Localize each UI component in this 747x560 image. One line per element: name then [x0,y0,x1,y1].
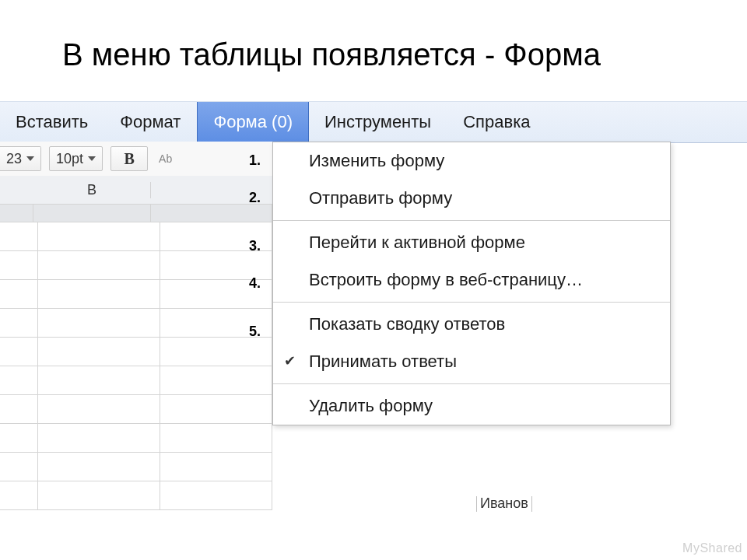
menu-separator [273,383,670,384]
table-row[interactable] [0,338,272,366]
table-row[interactable] [0,481,272,510]
slide-title: В меню таблицы появляется - Форма [62,37,601,72]
menu-format[interactable]: Формат [104,102,197,142]
menubar: Вставить Формат Форма (0) Инструменты Сп… [0,101,747,143]
menu-item-label: Встроить форму в веб-страницу… [309,270,583,290]
table-row[interactable] [0,222,272,251]
app-screenshot: Вставить Формат Форма (0) Инструменты Сп… [0,101,747,537]
table-row[interactable] [0,251,272,280]
menu-item-show-summary[interactable]: Показать сводку ответов [273,306,670,343]
table-row[interactable] [0,309,272,338]
menu-item-label: Показать сводку ответов [309,314,505,334]
menu-insert[interactable]: Вставить [0,102,104,142]
strikethrough-button-partial[interactable]: Ab [156,152,172,165]
form-menu-dropdown: Изменить форму Отправить форму Перейти к… [272,142,671,425]
menu-item-delete-form[interactable]: Удалить форму [273,387,670,425]
menu-item-label: Отправить форму [309,188,452,208]
table-row[interactable] [0,280,272,309]
menu-item-label: Изменить форму [309,151,444,171]
menu-item-go-to-live-form[interactable]: Перейти к активной форме [273,224,670,261]
table-row[interactable] [0,453,272,481]
watermark: MyShared [682,541,742,555]
column-header-row: B [0,176,272,205]
table-row[interactable] [0,366,272,395]
check-icon: ✔ [284,352,296,369]
bold-button[interactable]: B [110,146,148,171]
font-size-dropdown[interactable]: 10pt [49,146,103,171]
menu-separator [273,302,670,303]
filter-row [0,205,272,222]
menu-tools[interactable]: Инструменты [309,102,447,142]
spreadsheet-grid[interactable]: B [0,176,272,537]
menu-item-label: Удалить форму [309,396,433,416]
chevron-down-icon [88,156,96,161]
font-size-label: 10pt [56,151,83,167]
menu-item-accepting-responses[interactable]: ✔ Принимать ответы [273,343,670,380]
menu-item-embed-form[interactable]: Встроить форму в веб-страницу… [273,261,670,299]
number-format-label: 23 [6,151,22,167]
chevron-down-icon [26,156,34,161]
number-format-dropdown[interactable]: 23 [0,146,41,171]
toolbar: 23 10pt B Ab [0,142,272,177]
menu-item-send-form[interactable]: Отправить форму [273,180,670,217]
menu-item-label: Перейти к активной форме [309,233,525,253]
menu-separator [273,220,670,221]
table-row[interactable] [0,424,272,453]
table-row[interactable] [0,395,272,424]
menu-form[interactable]: Форма (0) [197,102,309,142]
column-header-B[interactable]: B [33,182,151,198]
menu-item-label: Принимать ответы [309,352,457,372]
menu-help[interactable]: Справка [447,102,546,142]
menu-item-edit-form[interactable]: Изменить форму [273,142,670,180]
cropped-cell-fragment: Иванов [476,496,532,512]
